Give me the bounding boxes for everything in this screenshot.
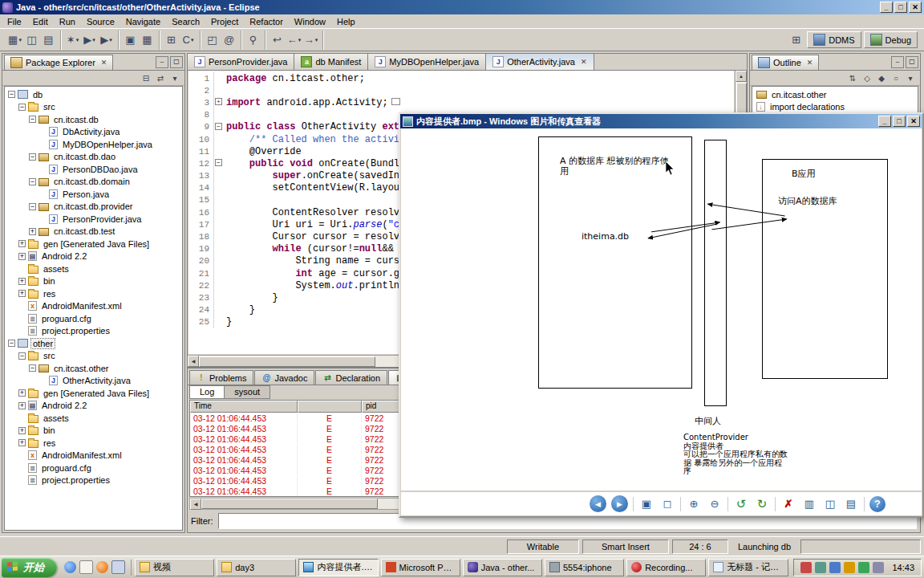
minimize-view-icon[interactable]: – [156,56,168,68]
android-sdk-manager-button[interactable]: ▣ [122,31,139,49]
tree-item[interactable]: −cn.itcast.db.domain [5,176,182,189]
run-button[interactable]: ▶▾ [81,31,98,49]
collapse-icon[interactable]: − [29,153,36,161]
viewer-maximize-button[interactable]: □ [893,116,906,127]
dropdown-arrow-icon[interactable]: ▾ [191,37,194,43]
perspective-ddms[interactable]: DDMS [807,31,861,48]
fold-collapse-icon[interactable]: − [215,159,222,166]
maximize-button[interactable]: □ [894,2,907,13]
dropdown-arrow-icon[interactable]: ▾ [18,37,22,43]
viewer-close-button[interactable]: ✕ [907,116,920,127]
tree-item[interactable]: ≣proguard.cfg [5,462,182,474]
scroll-up-icon[interactable]: ▲ [736,71,747,82]
last-edit-location-button[interactable]: ↩ [269,31,286,49]
collapse-all-icon[interactable]: ⊟ [140,72,152,84]
tree-item[interactable]: ≣project.properties [5,474,182,487]
new-button[interactable]: ▦▾ [6,31,23,49]
console-tab-javadoc[interactable]: @Javadoc [254,370,314,385]
tree-item[interactable]: ≣proguard.cfg [5,312,182,325]
collapse-icon[interactable]: − [8,340,15,347]
security-icon[interactable] [844,562,855,573]
taskbar-button[interactable]: Recording... [626,559,706,576]
dropdown-arrow-icon[interactable]: ▾ [109,37,112,43]
link-with-editor-icon[interactable]: ⇄ [155,72,166,84]
javadoc-button[interactable]: @ [221,31,237,49]
expand-icon[interactable]: + [29,228,36,235]
close-button[interactable]: ✕ [909,2,922,13]
dropdown-arrow-icon[interactable]: ▾ [315,37,318,43]
taskbar-button[interactable]: 视频 [135,559,214,576]
editor-tab[interactable]: adb Manifest [294,54,368,70]
tree-item[interactable]: +gen [Generated Java Files] [5,238,182,250]
tree-item[interactable]: +cn.itcast.db.test [5,226,182,238]
tree-item[interactable]: assets [5,263,182,275]
print-image-button[interactable]: ▤ [843,496,859,512]
menu-run[interactable]: Run [54,15,81,28]
ime-icon[interactable] [800,562,812,573]
editor-tab[interactable]: JOtherActivity.java✕ [486,54,594,70]
menu-project[interactable]: Project [205,15,244,28]
logcat-subtab-log[interactable]: Log [189,385,225,399]
outline-item[interactable]: cn.itcast.other [752,88,918,101]
rotate-ccw-button[interactable]: ↺ [733,496,749,512]
start-button[interactable]: 开始 [2,558,57,577]
viewer-minimize-button[interactable]: _ [878,116,891,127]
tree-item[interactable]: JPersonDBDao.java [5,163,182,176]
tree-item[interactable]: +res [5,287,182,300]
menu-edit[interactable]: Edit [27,15,54,28]
display-icon[interactable] [873,562,884,573]
tree-item[interactable]: +bin [5,275,182,288]
console-tab-declaration[interactable]: ⇄Declaration [315,370,387,385]
previous-image-button[interactable]: ◀ [590,495,606,512]
logcat-subtab-sysout[interactable]: sysout [224,385,270,399]
maximize-view-icon[interactable]: ▢ [170,56,183,68]
package-explorer-tab[interactable]: Package Explorer ✕ [4,55,113,70]
dropdown-arrow-icon[interactable]: ▾ [76,37,79,43]
tree-item[interactable]: +bin [5,425,182,438]
menu-navigate[interactable]: Navigate [120,15,166,28]
minimize-button[interactable]: _ [880,2,893,13]
tree-item[interactable]: ≣project.properties [5,325,182,338]
outline-tab[interactable]: Outline ✕ [752,55,819,70]
tree-item[interactable]: xAndroidManifest.xml [5,450,182,462]
collapse-icon[interactable]: − [29,178,36,185]
menu-search[interactable]: Search [166,15,205,28]
scroll-thumb[interactable] [199,356,375,367]
debug-button[interactable]: ✶▾ [64,31,81,49]
avd-manager-button[interactable]: ▦ [139,31,156,49]
tree-item[interactable]: −src [5,101,182,114]
hide-non-public-icon[interactable]: ○ [890,72,902,84]
taskbar-button[interactable]: day3 [217,559,296,576]
tree-item[interactable]: +▤Android 2.2 [5,250,182,263]
collapse-icon[interactable]: − [29,364,36,372]
taskbar-button[interactable]: 内容提供者.b... [298,559,378,576]
minimize-view-icon[interactable]: – [891,56,904,68]
search-button[interactable]: ⚲ [245,31,261,49]
sound-icon[interactable] [815,562,826,573]
rotate-cw-button[interactable]: ↻ [754,496,770,512]
tree-item[interactable]: JDbActivity.java [5,126,182,139]
zoom-in-button[interactable]: ⊕ [686,496,702,512]
tree-item[interactable]: −cn.itcast.db.provider [5,201,182,214]
chat-icon[interactable] [858,562,869,573]
expand-icon[interactable]: + [18,278,26,285]
help-button[interactable]: ? [869,496,886,512]
show-desktop-icon[interactable] [79,560,93,574]
tree-item[interactable]: JOtherActivity.java [5,375,182,388]
menu-source[interactable]: Source [81,15,120,28]
taskbar-button[interactable]: 5554:iphone [545,559,624,576]
tree-item[interactable]: JMyDBOpenHelper.java [5,138,182,151]
copy-button[interactable]: ▥ [801,496,817,512]
expand-icon[interactable]: + [18,253,26,260]
close-view-icon[interactable]: ✕ [101,59,107,67]
tree-item[interactable]: JPerson.java [5,188,182,201]
zoom-out-button[interactable]: ⊖ [707,496,723,512]
view-menu-icon[interactable]: ▾ [905,72,916,84]
tree-item[interactable]: +res [5,437,182,450]
hide-static-members-icon[interactable]: ◆ [876,72,887,84]
expand-icon[interactable]: + [18,427,26,434]
scroll-left-icon[interactable]: ◀ [190,499,201,510]
tree-item[interactable]: +▤Android 2.2 [5,400,182,413]
forward-button[interactable]: →▾ [302,31,319,49]
taskbar-button[interactable]: Microsoft Po... [381,559,460,576]
